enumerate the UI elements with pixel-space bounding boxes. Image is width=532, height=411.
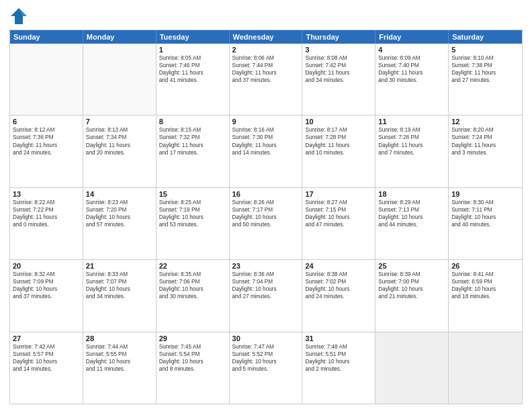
cell-info-line: Sunrise: 8:05 AM [159,54,226,62]
cell-info-line: Daylight: 10 hours [451,285,519,293]
cal-cell: 19Sunrise: 8:30 AMSunset: 7:11 PMDayligh… [449,188,522,259]
day-number: 7 [86,118,153,126]
cell-info-line: and 27 minutes. [232,293,300,300]
cell-info-line: Daylight: 10 hours [305,214,372,221]
cell-info-line: Sunset: 7:40 PM [378,62,445,69]
cell-info-line: Sunrise: 8:15 AM [159,126,226,134]
calendar-week-1: 6Sunrise: 8:12 AMSunset: 7:36 PMDaylight… [10,116,522,187]
cell-info-line: Daylight: 10 hours [159,214,226,221]
cell-info-line: Daylight: 10 hours [13,358,80,365]
cell-info-line: Daylight: 11 hours [305,69,372,77]
cell-info-line: Daylight: 10 hours [86,285,153,293]
cell-info-line: Sunrise: 8:10 AM [451,54,519,62]
calendar-week-2: 13Sunrise: 8:22 AMSunset: 7:22 PMDayligh… [10,188,522,260]
cell-info-line: Daylight: 11 hours [86,142,153,149]
cell-info-line: and 57 minutes. [86,221,153,228]
cell-info-line: Sunrise: 7:44 AM [86,343,153,351]
cell-info-line: and 41 minutes. [159,77,226,84]
cell-info-line: Sunrise: 7:42 AM [13,343,80,351]
cell-info-line: Sunset: 7:38 PM [451,62,519,69]
cell-info-line: and 34 minutes. [305,77,372,84]
cell-info-line: Daylight: 11 hours [451,69,519,77]
cell-info-line: Daylight: 10 hours [232,214,300,221]
cell-info-line: Sunset: 7:30 PM [232,134,300,141]
cal-cell: 10Sunrise: 8:17 AMSunset: 7:28 PMDayligh… [302,116,375,187]
cell-info-line: Sunset: 7:20 PM [86,206,153,214]
cell-info-line: Daylight: 10 hours [159,285,226,293]
cell-info-line: and 21 minutes. [378,293,445,300]
day-number: 16 [232,190,300,198]
calendar-week-4: 27Sunrise: 7:42 AMSunset: 5:57 PMDayligh… [10,332,522,404]
day-number: 18 [378,190,445,198]
cell-info-line: Sunrise: 8:06 AM [232,54,300,62]
cal-cell: 15Sunrise: 8:25 AMSunset: 7:19 PMDayligh… [157,188,230,259]
cell-info-line: Sunset: 5:52 PM [232,351,300,358]
cell-info-line: Sunrise: 8:25 AM [159,199,226,206]
cell-info-line: Sunrise: 7:47 AM [232,343,300,351]
day-number: 23 [232,262,300,270]
logo [9,7,31,26]
cell-info-line: and 2 minutes. [305,365,372,373]
cell-info-line: Sunset: 7:09 PM [13,278,80,285]
cal-cell: 2Sunrise: 8:06 AMSunset: 7:44 PMDaylight… [230,44,303,115]
cell-info-line: Sunset: 7:07 PM [86,278,153,285]
cell-info-line: Sunrise: 8:27 AM [305,199,372,206]
cell-info-line: Daylight: 11 hours [378,142,445,149]
header-day-saturday: Saturday [449,30,522,44]
header [9,7,523,26]
cal-cell [10,44,83,115]
cell-info-line: Sunset: 7:19 PM [159,206,226,214]
cell-info-line: Sunset: 7:13 PM [378,206,445,214]
cell-info-line: and 24 minutes. [13,149,80,156]
day-number: 13 [13,190,80,198]
header-day-friday: Friday [375,30,449,44]
cell-info-line: Sunrise: 7:48 AM [305,343,372,351]
cell-info-line: Daylight: 11 hours [159,69,226,77]
cell-info-line: Sunset: 7:02 PM [305,278,372,285]
cell-info-line: Sunset: 7:15 PM [305,206,372,214]
cell-info-line: Sunrise: 8:13 AM [86,126,153,134]
cell-info-line: Sunrise: 8:41 AM [451,271,519,278]
cal-cell: 24Sunrise: 8:38 AMSunset: 7:02 PMDayligh… [302,260,375,331]
cell-info-line: and 11 minutes. [86,365,153,373]
cell-info-line: and 27 minutes. [451,77,519,84]
cell-info-line: and 30 minutes. [159,293,226,300]
day-number: 19 [451,190,519,198]
cell-info-line: Daylight: 11 hours [305,142,372,149]
header-day-wednesday: Wednesday [230,30,303,44]
cal-cell: 16Sunrise: 8:26 AMSunset: 7:17 PMDayligh… [230,188,303,259]
cell-info-line: Daylight: 11 hours [451,142,519,149]
cell-info-line: Sunset: 7:28 PM [305,134,372,141]
cell-info-line: Daylight: 10 hours [232,285,300,293]
cell-info-line: and 40 minutes. [451,221,519,228]
cal-cell: 29Sunrise: 7:45 AMSunset: 5:54 PMDayligh… [157,332,230,404]
cell-info-line: Daylight: 10 hours [86,214,153,221]
cell-info-line: Sunrise: 8:26 AM [232,199,300,206]
header-day-monday: Monday [83,30,157,44]
cal-cell: 30Sunrise: 7:47 AMSunset: 5:52 PMDayligh… [230,332,303,404]
cell-info-line: Daylight: 11 hours [378,69,445,77]
cell-info-line: Sunrise: 8:32 AM [13,271,80,278]
header-day-tuesday: Tuesday [157,30,230,44]
cal-cell: 7Sunrise: 8:13 AMSunset: 7:34 PMDaylight… [83,116,157,187]
cell-info-line: and 44 minutes. [378,221,445,228]
cell-info-line: Sunset: 6:59 PM [451,278,519,285]
day-number: 15 [159,190,226,198]
day-number: 26 [451,262,519,270]
cal-cell: 28Sunrise: 7:44 AMSunset: 5:55 PMDayligh… [83,332,157,404]
cal-cell: 13Sunrise: 8:22 AMSunset: 7:22 PMDayligh… [10,188,83,259]
cell-info-line: Sunset: 5:51 PM [305,351,372,358]
cell-info-line: Sunrise: 8:08 AM [305,54,372,62]
cal-cell: 5Sunrise: 8:10 AMSunset: 7:38 PMDaylight… [449,44,522,115]
cal-cell: 9Sunrise: 8:16 AMSunset: 7:30 PMDaylight… [230,116,303,187]
cal-cell: 31Sunrise: 7:48 AMSunset: 5:51 PMDayligh… [302,332,375,404]
cell-info-line: and 3 minutes. [451,149,519,156]
cal-cell [375,332,449,404]
cell-info-line: Daylight: 10 hours [13,285,80,293]
cell-info-line: Daylight: 10 hours [378,285,445,293]
cell-info-line: and 7 minutes. [378,149,445,156]
cal-cell: 1Sunrise: 8:05 AMSunset: 7:46 PMDaylight… [157,44,230,115]
cell-info-line: Sunrise: 8:20 AM [451,126,519,134]
cell-info-line: Daylight: 11 hours [232,142,300,149]
day-number: 27 [13,334,80,342]
